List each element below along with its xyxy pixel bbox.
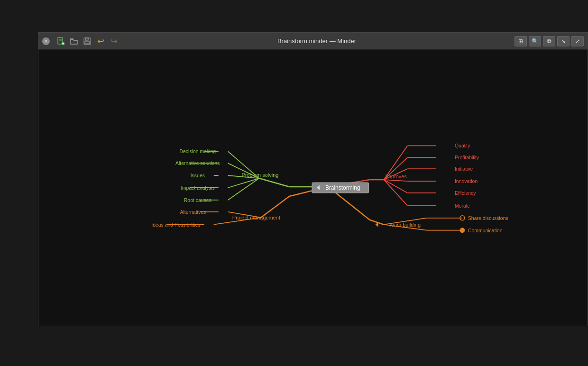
window-button[interactable]: ⧉ <box>543 36 555 46</box>
project-management-label: Project management <box>232 215 280 220</box>
app-window: × <box>38 32 588 326</box>
improves-label: Improves <box>386 174 407 179</box>
open-file-button[interactable] <box>69 36 79 46</box>
mindmap-svg: Brainstorming Problem solving Decision m… <box>38 50 588 326</box>
svg-line-35 <box>384 180 407 206</box>
problem-solving-label: Problem solving <box>241 172 278 178</box>
close-button[interactable]: × <box>42 37 50 45</box>
svg-rect-8 <box>85 41 90 44</box>
svg-rect-9 <box>89 38 89 40</box>
svg-line-34 <box>384 180 407 193</box>
svg-text:Ideas and Possibilities: Ideas and Possibilities <box>151 222 200 228</box>
center-node-label: Brainstorming <box>325 184 360 191</box>
svg-text:Morale: Morale <box>455 203 470 209</box>
svg-line-11 <box>259 178 289 187</box>
import-button[interactable]: ↘ <box>557 36 570 46</box>
mindmap-canvas: Brainstorming Problem solving Decision m… <box>38 50 588 326</box>
new-file-button[interactable] <box>55 36 66 46</box>
svg-text:Efficiency: Efficiency <box>455 191 476 196</box>
grid-view-button[interactable]: ⊞ <box>514 36 527 46</box>
svg-rect-7 <box>85 38 88 40</box>
svg-line-15 <box>228 178 259 188</box>
svg-text:Decision making: Decision making <box>179 149 216 154</box>
svg-line-16 <box>228 178 259 200</box>
svg-text:Innovation: Innovation <box>455 179 478 184</box>
save-file-button[interactable] <box>82 36 92 46</box>
zoom-button[interactable]: 🔍 <box>529 36 541 46</box>
svg-text:Quality: Quality <box>455 143 470 148</box>
svg-text:Impact analysis: Impact analysis <box>181 185 215 191</box>
undo-button[interactable]: ↩ <box>95 36 106 46</box>
svg-text:Profitability: Profitability <box>455 155 479 160</box>
team-building-label: Team building <box>388 222 421 228</box>
redo-button[interactable]: ↪ <box>109 36 119 46</box>
svg-point-66 <box>460 228 465 233</box>
svg-text:Share discussions: Share discussions <box>468 216 508 221</box>
toolbar: ↩ ↪ <box>55 36 119 46</box>
svg-text:Root causes: Root causes <box>184 198 211 203</box>
titlebar: × <box>38 33 588 50</box>
svg-text:Initiative: Initiative <box>455 166 473 172</box>
svg-text:Alternative solutions: Alternative solutions <box>175 161 220 166</box>
svg-text:Alternatives: Alternatives <box>180 210 206 215</box>
window-title: Brainstorm.minder — Minder <box>119 37 514 45</box>
right-toolbar: ⊞ 🔍 ⧉ ↘ ⤢ <box>514 36 584 46</box>
fullscreen-button[interactable]: ⤢ <box>571 36 584 46</box>
svg-text:Issues: Issues <box>191 173 205 178</box>
svg-text:Communication: Communication <box>468 228 503 233</box>
svg-marker-63 <box>376 222 378 227</box>
svg-line-33 <box>384 180 407 181</box>
